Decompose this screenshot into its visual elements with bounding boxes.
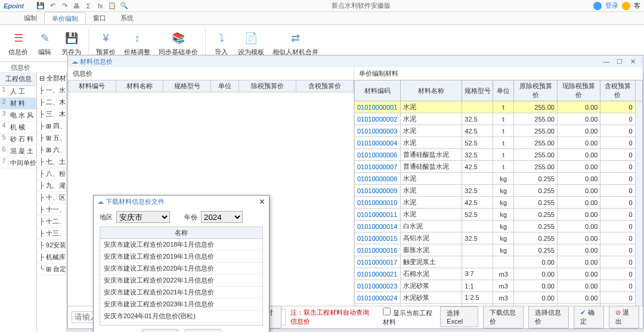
region-select[interactable]: 安庆市 [116, 211, 170, 223]
tree-item[interactable]: ├ 二、木 [37, 97, 66, 108]
table-row[interactable]: 01010000017触变泥浆土0.000.000 [355, 256, 643, 268]
dialog-download-button[interactable]: ✔下载 [142, 329, 178, 332]
ribbon-设为模板[interactable]: 📄设为模板 [234, 29, 268, 58]
exit-button[interactable]: ⊘ 退出 [609, 306, 639, 328]
ribbon-另存为[interactable]: 💾另存为 [58, 29, 85, 58]
kefu-icon[interactable] [622, 2, 630, 10]
left-row[interactable]: 3电 水 风 [0, 110, 36, 122]
list-item[interactable]: 安庆市建设工程造价2019年1月信息价 [100, 251, 262, 263]
qat-sigma-icon[interactable]: Σ [83, 1, 93, 11]
window-minimize-icon[interactable]: ― [600, 58, 613, 65]
ribbon-相似人材机合并[interactable]: ⇄相似人材机合并 [269, 29, 322, 58]
table-row[interactable]: 01010000021石棉水泥3∶7m30.000.000 [355, 268, 643, 280]
tree-item[interactable]: └ ⊞ 自定 [37, 263, 66, 275]
table-row[interactable]: 01010000009水泥32.5kg0.2550.000 [355, 185, 643, 197]
table-row[interactable]: 01010000008水泥kg0.2550.000 [355, 173, 643, 185]
table-row[interactable]: 01010000011水泥52.5kg0.2550.000 [355, 209, 643, 221]
dialog-close-icon[interactable]: ✕ [259, 197, 265, 206]
table-row[interactable]: 01010000002水泥32.5t255.000.000 [355, 113, 643, 125]
ok-button[interactable]: ✔ 确定 [574, 306, 604, 328]
qat-search-icon[interactable]: 🔍 [119, 1, 129, 11]
left-row[interactable]: 2材 料 [0, 98, 36, 110]
tree-item[interactable]: ├ 一、水 [37, 85, 66, 97]
table-row[interactable]: 01010000023水泥砂浆1:1m30.000.000 [355, 280, 643, 292]
table-row[interactable]: 01010000015高铝水泥32.5kg0.2550.000 [355, 232, 643, 244]
login-link[interactable]: 登录 [605, 1, 618, 10]
list-item[interactable]: 安庆市建设工程造价2022年1月信息价 [100, 275, 262, 287]
list-item[interactable]: 安庆市2024年01月信息价(宿松) [100, 311, 262, 322]
dialog-exit-button[interactable]: ⊘退出 [184, 329, 221, 332]
show-current-checkbox[interactable]: 显示当前工程材料 [383, 308, 435, 327]
table-row[interactable]: 01010000010水泥42.5kg0.2550.000 [355, 197, 643, 209]
qat-redo-icon[interactable]: ↷ [60, 1, 69, 11]
col-header[interactable]: 规格型号 [462, 80, 493, 101]
ribbon-价格调整[interactable]: ↕价格调整 [120, 29, 154, 58]
ribbon-编辑[interactable]: ✎编辑 [33, 29, 57, 58]
ribbon-导入[interactable]: ⤵导入 [209, 29, 233, 58]
qat-save-icon[interactable]: 💾 [36, 1, 45, 11]
window-maximize-icon[interactable]: ☐ [613, 58, 626, 66]
material-grid[interactable]: 材料编码材料名称规格型号单位原除税预算价现除税预算价含税预算价 01010000… [354, 80, 643, 306]
col-header[interactable]: 材料编码 [355, 80, 401, 101]
qat-fx-icon[interactable]: fx [95, 1, 105, 11]
select-info-button[interactable]: 选择信息价 [528, 306, 569, 328]
col-header[interactable]: 现除税预算价 [557, 80, 600, 101]
tree-item[interactable]: ├ 十、区 [37, 192, 66, 204]
col-header[interactable]: 单位 [210, 80, 239, 92]
table-row[interactable]: 01010000007普通硅酸盐水泥42.5t255.000.000 [355, 161, 643, 173]
table-row[interactable]: 01010000024水泥砂浆1∶2.5m30.000.000 [355, 292, 643, 304]
tree-item[interactable]: ├ 十一、 [37, 204, 66, 216]
left-row[interactable]: 5砂 石 料 [0, 134, 36, 145]
year-select[interactable]: 2024 [201, 211, 243, 223]
tree-item[interactable]: ├ 三、木 [37, 108, 66, 120]
tree-item[interactable]: ├ 92安装 [37, 240, 66, 252]
list-item[interactable]: 安庆市建设工程造价2018年1月信息价 [100, 239, 262, 251]
col-header[interactable]: 材料名称 [116, 80, 163, 92]
left-row[interactable]: 7中间单价 [0, 157, 36, 169]
table-row[interactable]: 01010000016膨胀水泥kg0.2550.000 [355, 244, 643, 256]
ribbon-预算价[interactable]: ¥预算价 [92, 29, 119, 58]
left-row[interactable]: 1人 工 [0, 86, 36, 98]
left-row[interactable]: 6混 凝 土 [0, 145, 36, 157]
col-header[interactable]: 含税预算价 [296, 80, 353, 92]
table-row[interactable]: 01010000003水泥42.5t255.000.000 [355, 125, 643, 137]
table-row[interactable]: 01010000001水泥t255.000.000 [355, 101, 643, 113]
qat-print-icon[interactable]: 🖶 [72, 1, 81, 11]
tree-item[interactable]: ├ 十三、其 [37, 228, 66, 240]
table-row[interactable]: 01010000014白水泥kg0.2550.000 [355, 221, 643, 232]
col-header[interactable]: 规格型号 [163, 80, 211, 92]
col-header[interactable]: 材料名称 [400, 80, 462, 101]
download-info-button[interactable]: 下载信息价 [483, 306, 524, 328]
col-header[interactable]: 材料编号 [69, 80, 116, 92]
tab-3[interactable]: 系统 [113, 12, 141, 24]
qat-undo-icon[interactable]: ↶ [48, 1, 57, 11]
tab-0[interactable]: 编制 [17, 12, 44, 24]
tree-item[interactable]: ├ 机械库 [37, 252, 66, 263]
scrollbar[interactable] [635, 101, 643, 306]
left-row[interactable]: 4机 械 [0, 122, 36, 134]
ribbon-同步基础单价[interactable]: 📚同步基础单价 [155, 29, 202, 58]
col-header[interactable]: 单位 [493, 80, 514, 101]
tree-item[interactable]: ├ ⊞ 六、 [37, 144, 66, 156]
dialog-list[interactable]: 名称 安庆市建设工程造价2018年1月信息价安庆市建设工程造价2019年1月信息… [100, 226, 263, 325]
list-item[interactable]: 安庆市建设工程造价2023年1月信息价 [100, 299, 262, 311]
tree-item[interactable]: ├ 十二、费 [37, 216, 66, 228]
table-row[interactable]: 01010000004水泥52.5t255.000.000 [355, 137, 643, 149]
tree-item[interactable]: ├ ⊞ 四、 [37, 120, 66, 132]
window-close-icon[interactable]: ✕ [626, 58, 639, 66]
tree-item[interactable]: ├ ⊞ 五、 [37, 132, 66, 144]
select-excel-button[interactable]: 选择Excel [440, 306, 478, 327]
qat-clip-icon[interactable]: 📋 [107, 1, 117, 11]
tree-item[interactable]: ├ 九、灌 [37, 180, 66, 192]
col-header[interactable]: 除税预算价 [239, 80, 296, 92]
ribbon-信息价[interactable]: ☰信息价 [5, 29, 32, 58]
tree-item[interactable]: ├ 七、土 [37, 156, 66, 168]
col-header[interactable]: 含税预算价 [600, 80, 635, 101]
col-header[interactable]: 原除税预算价 [514, 80, 558, 101]
tab-1[interactable]: 单价编制 [44, 12, 86, 24]
user-avatar-icon[interactable] [593, 2, 602, 10]
tree-item[interactable]: ⊟ 全部材 [37, 73, 66, 85]
list-item[interactable]: 安庆市建设工程造价2020年1月信息价 [100, 263, 262, 275]
tab-2[interactable]: 窗口 [86, 12, 113, 24]
list-item[interactable]: 安庆市建设工程造价2021年1月信息价 [100, 287, 262, 299]
